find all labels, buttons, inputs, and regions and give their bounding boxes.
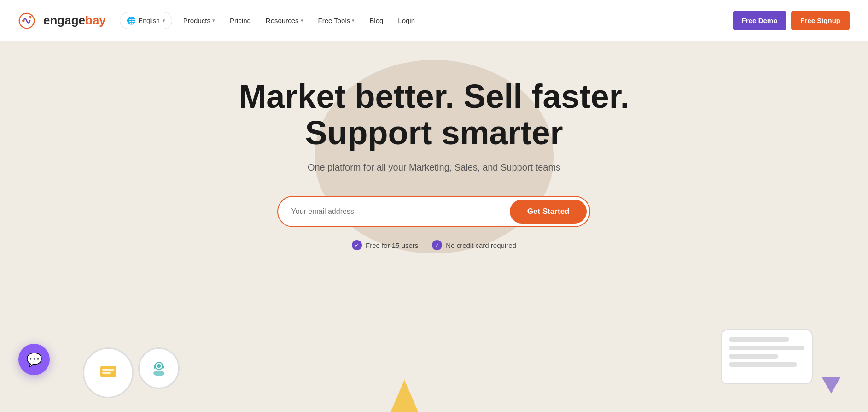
get-started-button[interactable]: Get Started — [510, 200, 587, 224]
chevron-down-icon: ▾ — [212, 18, 215, 24]
nav-actions: Free Demo Free Signup — [733, 11, 850, 31]
chat-bubble-icon — [97, 361, 120, 384]
hero-bottom-decorations: 💬 — [0, 320, 868, 412]
navbar: engagebay 🌐 English ▾ Products ▾ Pricing… — [0, 0, 868, 41]
speech-line — [729, 354, 778, 359]
headset-icon — [148, 358, 169, 379]
trust-item-free-users: ✓ Free for 15 users — [352, 240, 418, 250]
nav-item-products[interactable]: Products ▾ — [177, 13, 221, 28]
hero-content: Market better. Sell faster. Support smar… — [239, 78, 629, 278]
speech-bubble-right — [721, 329, 813, 384]
svg-point-7 — [157, 364, 161, 368]
chevron-down-icon: ▾ — [352, 18, 355, 24]
check-icon: ✓ — [352, 240, 362, 250]
chevron-down-icon: ▾ — [301, 18, 303, 24]
hero-section: Market better. Sell faster. Support smar… — [0, 41, 868, 412]
hero-title: Market better. Sell faster. Support smar… — [239, 78, 629, 151]
email-input[interactable] — [291, 207, 509, 216]
trust-item-no-credit-card: ✓ No credit card required — [432, 240, 516, 250]
svg-rect-2 — [100, 366, 116, 377]
language-label: English — [139, 17, 160, 24]
language-selector[interactable]: 🌐 English ▾ — [120, 12, 172, 29]
logo-area: engagebay — [18, 12, 106, 29]
svg-rect-4 — [102, 372, 111, 374]
check-icon: ✓ — [432, 240, 442, 250]
chat-icon: 💬 — [26, 352, 42, 367]
nav-item-blog[interactable]: Blog — [363, 13, 390, 28]
speech-line — [729, 337, 789, 342]
trust-label-no-credit-card: No credit card required — [446, 241, 516, 249]
nav-item-login[interactable]: Login — [391, 13, 421, 28]
trust-badges: ✓ Free for 15 users ✓ No credit card req… — [239, 240, 629, 250]
nav-links: Products ▾ Pricing Resources ▾ Free Tool… — [177, 13, 733, 28]
bubble-headset — [138, 347, 180, 389]
speech-line — [729, 362, 797, 367]
logo-icon — [18, 12, 35, 29]
svg-point-1 — [22, 19, 24, 22]
trust-label-free-users: Free for 15 users — [366, 241, 418, 249]
email-form: Get Started — [277, 196, 590, 227]
triangle-decoration — [822, 377, 840, 394]
chat-widget[interactable]: 💬 — [18, 344, 50, 375]
yellow-triangle-decoration — [390, 380, 418, 412]
free-demo-button[interactable]: Free Demo — [733, 11, 787, 31]
nav-item-free-tools[interactable]: Free Tools ▾ — [312, 13, 361, 28]
svg-rect-9 — [162, 365, 164, 369]
nav-item-pricing[interactable]: Pricing — [223, 13, 257, 28]
logo-text: engagebay — [43, 13, 106, 28]
chevron-down-icon: ▾ — [163, 18, 165, 24]
globe-icon: 🌐 — [127, 16, 136, 25]
bubble-chat — [83, 347, 134, 398]
svg-rect-8 — [154, 365, 156, 369]
hero-subtitle: One platform for all your Marketing, Sal… — [239, 162, 629, 173]
svg-point-6 — [153, 371, 164, 376]
speech-line — [729, 346, 804, 350]
nav-item-resources[interactable]: Resources ▾ — [259, 13, 310, 28]
svg-rect-3 — [102, 369, 114, 371]
free-signup-button[interactable]: Free Signup — [791, 11, 850, 31]
